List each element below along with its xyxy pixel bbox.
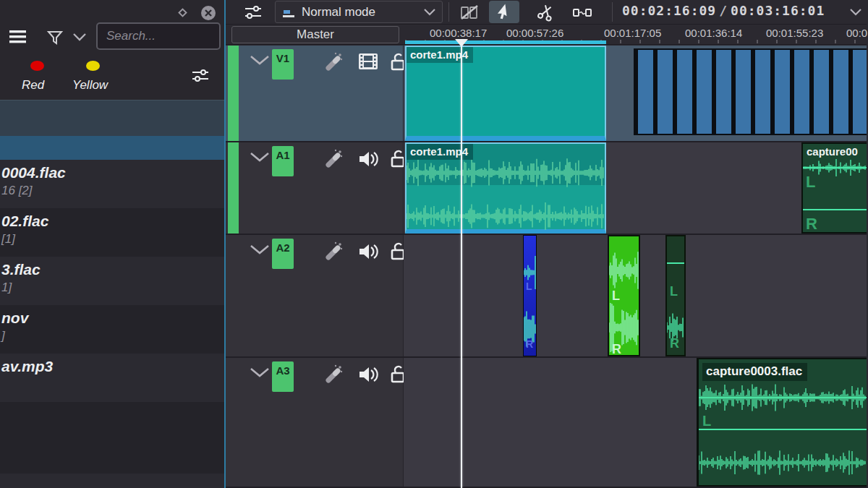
bin-list: 0004.flac 16 [2] 02.flac [1] 3.flac 1] n… [0, 100, 224, 488]
ruler-label: 00:01:55:23 [766, 27, 823, 39]
track-header-v1[interactable]: V1 [226, 46, 404, 141]
red-tag-icon[interactable] [30, 61, 44, 71]
target-track-indicator[interactable] [228, 46, 239, 141]
timecode-display[interactable]: 00:02:16:09/00:03:16:01 [622, 3, 825, 18]
mute-track-icon[interactable] [357, 241, 379, 262]
bin-item-subtitle: [1] [1, 231, 224, 248]
bin-empty-area [0, 402, 224, 474]
collapse-track-icon[interactable] [249, 54, 271, 66]
clip-label: capture0003.flac [702, 363, 807, 381]
toolbar-separator [448, 2, 449, 22]
track-a2: A2 L R [226, 235, 867, 358]
bin-settings-sliders-icon[interactable] [191, 68, 210, 84]
channel-line [699, 397, 867, 398]
channel-letter: R [670, 336, 679, 351]
bin-item-title: nov [1, 309, 224, 328]
project-bin-panel: Red Yellow 0004.flac 16 [2] 02.flac [1] … [0, 0, 226, 488]
collapse-track-icon[interactable] [249, 151, 271, 163]
ruler-label: 00:01:17:05 [604, 27, 661, 39]
track-a1: A1 corte1.mp4 [226, 142, 867, 235]
kdenlive-window: Red Yellow 0004.flac 16 [2] 02.flac [1] … [0, 0, 868, 488]
collapse-track-icon[interactable] [249, 367, 271, 378]
timeline-zone-bar[interactable] [405, 40, 606, 44]
menu-icon[interactable] [9, 29, 27, 45]
filter-icon[interactable] [46, 29, 64, 46]
track-header-a1[interactable]: A1 [226, 142, 404, 234]
track-a1-body[interactable]: corte1.mp4 capture00 L R [404, 142, 867, 234]
timecode-separator: / [716, 3, 731, 18]
selection-tool-icon[interactable] [489, 1, 519, 23]
channel-letter: L [612, 288, 620, 304]
mute-track-icon[interactable] [357, 364, 379, 385]
effects-icon[interactable] [323, 148, 344, 168]
undock-panel-icon[interactable] [174, 4, 190, 20]
clip-audio-small-blue[interactable]: L R [523, 235, 537, 356]
track-tag-a1[interactable]: A1 [272, 146, 294, 176]
bin-item-subtitle: ] [1, 328, 224, 345]
clip-corte1-audio[interactable]: corte1.mp4 [405, 142, 606, 234]
track-compositing-icon[interactable] [454, 1, 485, 23]
channel-letter: R [612, 342, 621, 356]
effects-icon[interactable] [323, 364, 344, 384]
striped-clip-group[interactable] [634, 48, 867, 135]
track-tag-v1[interactable]: V1 [272, 49, 294, 80]
waveform [699, 448, 867, 478]
search-input[interactable] [96, 22, 221, 50]
bin-item[interactable]: nov ] [0, 305, 224, 354]
bin-row-selected[interactable] [0, 136, 224, 160]
edit-mode-select[interactable]: Normal mode [275, 1, 443, 23]
bin-item[interactable]: av.mp3 [0, 354, 224, 402]
track-a3-body[interactable]: capture0003.flac L [404, 358, 867, 487]
track-v1-body[interactable]: corte1.mp4 [404, 46, 867, 141]
track-tag-a2[interactable]: A2 [272, 239, 294, 269]
adjust-sliders-icon[interactable] [243, 4, 263, 21]
chevron-down-icon[interactable] [849, 8, 862, 16]
bin-row-group[interactable] [0, 100, 224, 136]
yellow-tag-icon[interactable] [86, 61, 100, 71]
bin-tags-row: Red Yellow [0, 55, 224, 100]
track-header-a3[interactable]: A3 [226, 358, 404, 487]
track-header-a2[interactable]: A2 [226, 235, 404, 356]
timeline-ruler[interactable]: Master 00:00:38:17 00:00:57:26 00:01:17:… [226, 25, 867, 45]
timecode-current: 00:02:16:09 [622, 3, 716, 18]
channel-line [667, 262, 684, 264]
ruler-label: 00:00:38:17 [430, 27, 487, 39]
bin-item[interactable]: 3.flac 1] [0, 257, 224, 305]
target-track-indicator[interactable] [228, 142, 239, 234]
spacer-tool-icon[interactable] [567, 1, 597, 23]
tracks-container: V1 corte1.mp4 [226, 46, 867, 488]
hide-video-icon[interactable] [357, 51, 379, 72]
track-a2-body[interactable]: L R L R L R [404, 235, 867, 356]
bin-item-title: 0004.flac [1, 163, 224, 182]
bin-item[interactable]: 02.flac [1] [0, 208, 224, 257]
yellow-tag-label[interactable]: Yellow [72, 78, 108, 93]
effects-icon[interactable] [323, 51, 344, 72]
ruler-label: 00:01:36:14 [685, 27, 742, 39]
channel-line [699, 429, 867, 430]
channel-line [803, 167, 867, 168]
channel-line [803, 209, 867, 210]
clip-corte1-video[interactable]: corte1.mp4 [405, 46, 606, 141]
clip-capture-audio[interactable]: capture00 L R [801, 142, 867, 234]
bin-item[interactable]: 0004.flac 16 [2] [0, 160, 224, 208]
chevron-down-icon [423, 8, 436, 16]
red-tag-label[interactable]: Red [22, 78, 44, 93]
chevron-down-icon[interactable] [72, 33, 87, 41]
close-panel-icon[interactable] [200, 4, 217, 22]
razor-tool-icon[interactable] [531, 1, 561, 23]
mute-track-icon[interactable] [357, 148, 379, 170]
bin-item-title: 02.flac [1, 212, 224, 231]
bin-item-subtitle: 1] [1, 279, 224, 296]
clip-audio-bright-green[interactable]: L R [608, 235, 640, 356]
timeline-panel: Normal mode 00:02:16:09/00:03:16:01 [226, 0, 867, 488]
edit-mode-icon [281, 5, 296, 20]
effects-icon[interactable] [323, 241, 344, 261]
timeline-toolbar: Normal mode 00:02:16:09/00:03:16:01 [226, 0, 867, 25]
clip-capture0003[interactable]: capture0003.flac L [697, 358, 867, 487]
master-button[interactable]: Master [231, 26, 399, 43]
collapse-track-icon[interactable] [249, 244, 271, 255]
track-tag-a3[interactable]: A3 [272, 361, 294, 392]
channel-letter: L [670, 284, 678, 299]
clip-audio-dark-green[interactable]: L R [665, 235, 686, 356]
track-v1: V1 corte1.mp4 [226, 46, 867, 142]
